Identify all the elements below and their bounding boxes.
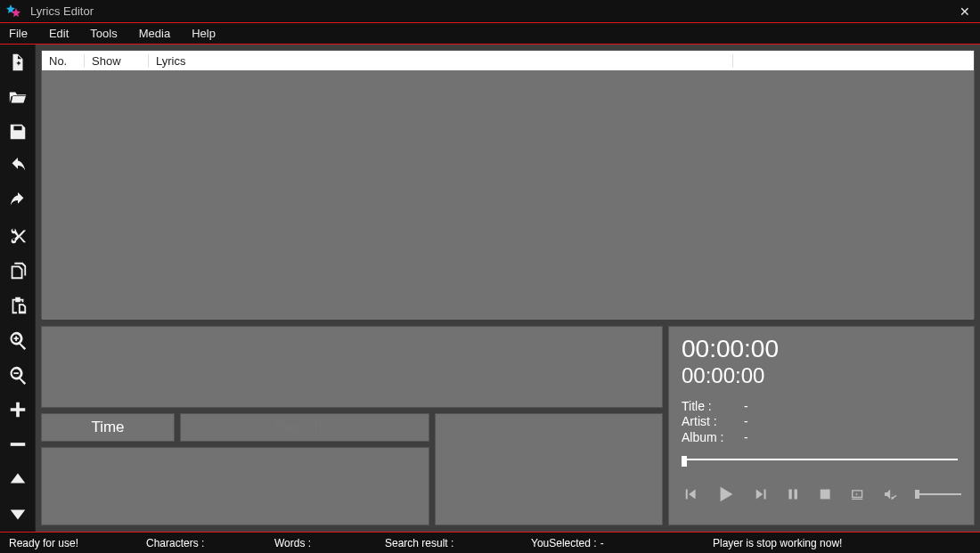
undo-icon[interactable] xyxy=(7,154,29,179)
player-time-total: 00:00:00 xyxy=(682,363,961,388)
col-lyrics[interactable]: Lyrics xyxy=(149,54,733,68)
volume-slider[interactable] xyxy=(915,491,961,498)
mute-icon[interactable] xyxy=(883,484,897,504)
pause-icon[interactable] xyxy=(786,484,800,504)
status-chars-label: Characters : xyxy=(146,537,204,549)
menu-help[interactable]: Help xyxy=(192,27,216,40)
player-controls xyxy=(682,481,961,508)
plus-icon[interactable] xyxy=(7,397,29,422)
prev-icon[interactable] xyxy=(683,484,698,504)
app-title: Lyrics Editor xyxy=(30,4,955,18)
lyrics-table-header: No. Show Lyrics xyxy=(42,51,974,70)
zoom-in-icon[interactable] xyxy=(7,328,29,353)
next-icon[interactable] xyxy=(754,484,768,504)
status-bar: Ready for use! Characters : Words : Sear… xyxy=(0,532,980,553)
menu-tools[interactable]: Tools xyxy=(90,27,117,40)
eject-media-icon[interactable] xyxy=(850,484,864,504)
status-search-label: Search result : xyxy=(385,537,453,549)
zoom-out-icon[interactable] xyxy=(7,362,29,387)
status-sel-label: YouSelected : xyxy=(531,537,597,549)
menu-media[interactable]: Media xyxy=(139,27,170,40)
search-result-box xyxy=(41,447,429,525)
meta-album-label: Album : xyxy=(682,430,726,446)
status-sel-value: - xyxy=(600,537,604,549)
cut-icon[interactable] xyxy=(7,224,29,248)
lyrics-table-body[interactable] xyxy=(42,70,974,320)
lyrics-table: No. Show Lyrics xyxy=(41,50,975,319)
search-input[interactable] xyxy=(181,419,429,436)
selection-box xyxy=(435,413,663,525)
play-icon[interactable] xyxy=(715,481,735,508)
stop-icon[interactable] xyxy=(818,484,832,504)
col-show[interactable]: Show xyxy=(85,54,149,68)
redo-icon[interactable] xyxy=(7,189,29,214)
search-input-box[interactable] xyxy=(180,413,429,442)
app-logo xyxy=(5,4,21,20)
meta-artist-label: Artist : xyxy=(682,414,726,430)
meta-title-label: Title : xyxy=(682,399,726,415)
col-no[interactable]: No. xyxy=(42,54,85,68)
meta-artist-value: - xyxy=(744,414,748,430)
paste-icon[interactable] xyxy=(7,293,29,318)
menu-file[interactable]: File xyxy=(9,27,28,40)
player-panel: 00:00:00 00:00:00 Title :- Artist :- Alb… xyxy=(668,326,975,525)
menu-bar: File Edit Tools Media Help xyxy=(0,23,980,45)
player-meta: Title :- Artist :- Album :- xyxy=(682,399,961,446)
meta-album-value: - xyxy=(744,430,748,446)
left-toolbar xyxy=(0,45,36,532)
open-icon[interactable] xyxy=(7,85,29,110)
status-player-msg: Player is stop working now! xyxy=(713,537,842,549)
status-words-label: Words : xyxy=(274,537,311,549)
progress-bar[interactable] xyxy=(682,456,961,463)
down-icon[interactable] xyxy=(7,501,29,526)
up-icon[interactable] xyxy=(7,467,29,492)
lyrics-preview xyxy=(41,326,663,408)
main-area: No. Show Lyrics Time 00:00:00 00:00:00 T… xyxy=(36,45,980,532)
time-button[interactable]: Time xyxy=(41,413,175,442)
title-bar: Lyrics Editor ✕ xyxy=(0,0,980,23)
close-icon[interactable]: ✕ xyxy=(955,4,975,19)
meta-title-value: - xyxy=(744,399,748,415)
status-ready: Ready for use! xyxy=(9,537,78,549)
copy-icon[interactable] xyxy=(7,258,29,283)
player-time-current: 00:00:00 xyxy=(682,336,961,363)
save-icon[interactable] xyxy=(7,119,29,144)
new-icon[interactable] xyxy=(7,50,29,75)
menu-edit[interactable]: Edit xyxy=(49,27,69,40)
minus-icon[interactable] xyxy=(7,432,29,457)
